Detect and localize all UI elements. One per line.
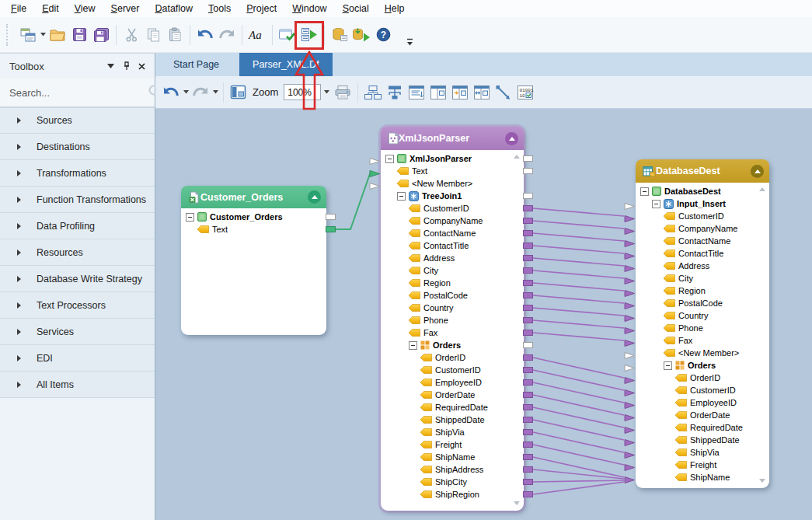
collapse-toggle[interactable] — [186, 213, 194, 222]
menu-edit[interactable]: Edit — [34, 1, 67, 16]
toolbox-category-services[interactable]: Services — [0, 319, 155, 345]
toolbox-category-edi[interactable]: EDI — [0, 345, 155, 372]
expand-panel-arrow-button[interactable] — [449, 82, 471, 103]
tree-row-companyname[interactable]: CompanyName — [381, 215, 524, 227]
tree-row-phone[interactable]: Phone — [381, 314, 524, 326]
toolbox-category-database-write-strategy[interactable]: Database Write Strategy — [0, 266, 155, 292]
input-port-contacttitle[interactable] — [624, 250, 636, 258]
menu-view[interactable]: View — [67, 1, 103, 16]
output-port-freight[interactable] — [523, 441, 533, 448]
node-xmljsonparser[interactable]: XmlJsonParserXmlJsonParserText<New Membe… — [381, 127, 524, 511]
menu-project[interactable]: Project — [239, 1, 284, 16]
input-port-city[interactable] — [624, 274, 636, 283]
menu-help[interactable]: Help — [377, 1, 413, 16]
output-port-shipvia[interactable] — [523, 429, 533, 435]
output-port-orders[interactable] — [523, 342, 533, 348]
tree-row-customerid[interactable]: CustomerID — [636, 384, 769, 396]
tree-row-contactname[interactable]: ContactName — [381, 227, 524, 239]
tree-row-city[interactable]: City — [636, 272, 769, 284]
input-port-orders[interactable] — [624, 361, 636, 370]
output-port-customerid[interactable] — [523, 367, 533, 373]
scroll-down-icon[interactable] — [514, 501, 520, 505]
input-port-text[interactable] — [369, 167, 381, 176]
chevron-down-icon[interactable] — [211, 82, 219, 103]
undo-button[interactable] — [194, 24, 216, 46]
preview-data-button[interactable]: 0100110 — [514, 82, 536, 103]
tree-row-customerid[interactable]: CustomerID — [381, 202, 524, 215]
tree-row-shipvia[interactable]: ShipVia — [381, 426, 524, 438]
output-port-shipcity[interactable] — [523, 479, 533, 485]
toolbar-overflow-button[interactable] — [399, 31, 420, 53]
output-port-shippeddate[interactable] — [523, 417, 533, 423]
tree-row-shippeddate[interactable]: ShippedDate — [636, 434, 769, 446]
search-input[interactable] — [8, 86, 148, 99]
output-port-customer-orders[interactable] — [326, 214, 336, 220]
output-port-orderdate[interactable] — [523, 392, 533, 398]
chevron-down-icon[interactable] — [104, 60, 117, 73]
save-all-button[interactable] — [90, 24, 112, 46]
tree-row-shipvia[interactable]: ShipVia — [636, 446, 769, 459]
output-port-text[interactable] — [326, 226, 336, 232]
output-port-shipname[interactable] — [523, 454, 533, 460]
output-port-contacttitle[interactable] — [523, 243, 533, 249]
tree-row-text[interactable]: Text — [181, 223, 326, 236]
output-port-xmljsonparser[interactable] — [523, 155, 533, 162]
menu-dataflow[interactable]: Dataflow — [147, 1, 200, 16]
open-file-button[interactable] — [47, 24, 68, 46]
output-port-region[interactable] — [523, 280, 533, 286]
output-port-phone[interactable] — [523, 317, 533, 323]
deploy-run-button[interactable] — [350, 24, 372, 46]
tree-row-new-member[interactable]: <New Member> — [381, 177, 524, 190]
output-port-country[interactable] — [523, 305, 533, 311]
layout-vertical-button[interactable] — [384, 82, 406, 103]
menu-social[interactable]: Social — [335, 1, 377, 16]
tree-row-requireddate[interactable]: RequiredDate — [381, 401, 524, 414]
tree-row-contacttitle[interactable]: ContactTitle — [636, 247, 769, 260]
output-port-requireddate[interactable] — [523, 404, 533, 410]
help-button[interactable]: ? — [372, 24, 394, 46]
tree-row-customer-orders[interactable]: Customer_Orders — [181, 211, 326, 223]
output-port-text[interactable] — [523, 168, 533, 174]
redo-button[interactable] — [190, 82, 211, 103]
tree-row-freight[interactable]: Freight — [381, 438, 524, 451]
tree-row-input-insert[interactable]: Input_Insert — [636, 197, 769, 210]
tree-row-contactname[interactable]: ContactName — [636, 235, 769, 247]
output-port-employeeid[interactable] — [523, 379, 533, 386]
collapse-button[interactable] — [308, 190, 321, 204]
toolbox-category-transformations[interactable]: Transformations — [0, 160, 155, 187]
tree-row-contacttitle[interactable]: ContactTitle — [381, 239, 524, 252]
collapse-toggle[interactable] — [385, 155, 394, 163]
toolbar-grip[interactable] — [6, 24, 10, 46]
tree-row-employeeid[interactable]: EmployeeID — [636, 396, 769, 409]
output-port-fax[interactable] — [523, 330, 533, 336]
toolbox-category-text-processors[interactable]: Text Processors — [0, 292, 155, 319]
input-port-address[interactable] — [624, 262, 636, 270]
node-databasedest[interactable]: DatabaseDestDatabaseDestInput_InsertCust… — [636, 159, 769, 488]
autosize-list-button[interactable] — [406, 82, 427, 103]
output-port-companyname[interactable] — [523, 218, 533, 224]
tree-row-treejoin1[interactable]: TreeJoin1 — [381, 190, 524, 202]
scroll-up-icon[interactable] — [514, 155, 520, 159]
font-options-button[interactable]: Aa — [246, 24, 268, 46]
menu-window[interactable]: Window — [284, 1, 334, 16]
tree-row-region[interactable]: Region — [636, 284, 769, 297]
tree-row-country[interactable]: Country — [636, 309, 769, 322]
tree-row-fax[interactable]: Fax — [381, 326, 524, 339]
database-lookup-button[interactable] — [329, 24, 350, 46]
collapse-toggle[interactable] — [397, 192, 406, 201]
output-port-postalcode[interactable] — [523, 292, 533, 298]
scroll-down-icon[interactable] — [759, 479, 765, 483]
tree-row-fax[interactable]: Fax — [636, 334, 769, 347]
output-port-address[interactable] — [523, 255, 533, 261]
output-port-shipregion[interactable] — [523, 491, 533, 497]
collapse-toggle[interactable] — [652, 200, 660, 208]
close-icon[interactable] — [135, 60, 148, 73]
draw-link-button[interactable] — [493, 82, 514, 103]
tree-row-orderid[interactable]: OrderID — [381, 351, 524, 364]
dataflow-canvas[interactable]: Customer_OrdersCustomer_OrdersTextXmlJso… — [155, 109, 812, 520]
tree-row-orders[interactable]: Orders — [636, 359, 769, 372]
tree-row-orderdate[interactable]: OrderDate — [636, 409, 769, 421]
tree-row-requireddate[interactable]: RequiredDate — [636, 421, 769, 434]
tree-row-city[interactable]: City — [381, 264, 524, 277]
tree-row-phone[interactable]: Phone — [636, 322, 769, 334]
